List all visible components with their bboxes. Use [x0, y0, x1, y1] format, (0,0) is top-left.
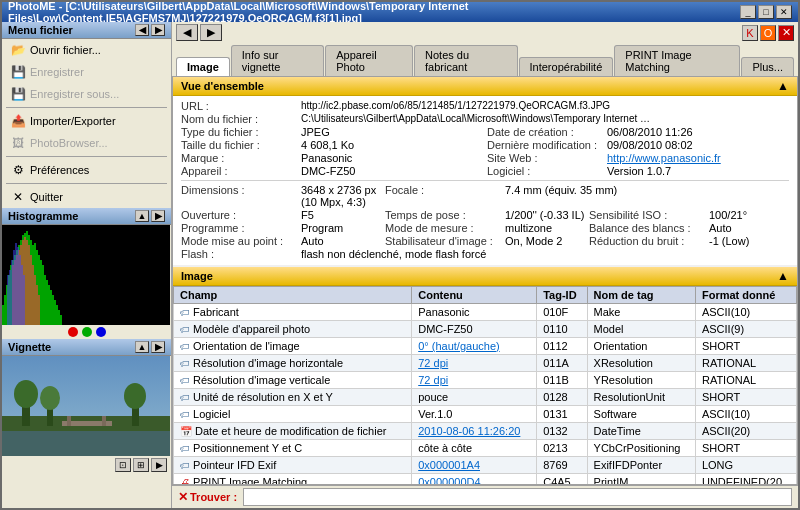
cell-champ: 🖨 PRINT Image Matching	[174, 474, 412, 486]
table-row[interactable]: 🏷 Pointeur IFD Exif 0x000001A4 8769 Exif…	[174, 457, 797, 474]
find-input[interactable]	[243, 488, 792, 506]
table-row[interactable]: 🏷 Positionnement Y et C côte à côte 0213…	[174, 440, 797, 457]
window-controls: _ □ ✕	[740, 5, 792, 19]
cell-content-link[interactable]: 2010-08-06 11:26:20	[418, 425, 520, 437]
histogram-section: Histogramme ▲ ▶	[2, 208, 171, 339]
nom-tag-text: DateTime	[594, 425, 641, 437]
red-btn[interactable]: ✕	[778, 25, 794, 41]
cell-champ: 🏷 Orientation de l'image	[174, 338, 412, 355]
nom-tag-text: YResolution	[594, 374, 653, 386]
sidebar-item-import[interactable]: 📤 Importer/Exporter	[2, 110, 171, 132]
table-row[interactable]: 🏷 Unité de résolution en X et Y pouce 01…	[174, 389, 797, 406]
tab-print-image[interactable]: PRINT Image Matching	[614, 45, 740, 76]
overview-header[interactable]: Vue d'ensemble ▲	[173, 77, 797, 96]
nom-tag-text: XResolution	[594, 357, 653, 369]
vignette-collapse-btn[interactable]: ▲	[135, 341, 149, 353]
svg-rect-38	[28, 245, 30, 325]
cell-contenu: 0x000000D4	[412, 474, 537, 486]
cell-content-link[interactable]: 0° (haut/gauche)	[418, 340, 499, 352]
tab-interoperabilite[interactable]: Interopérabilité	[519, 57, 614, 76]
red-channel-dot[interactable]	[68, 327, 78, 337]
focal-field: Focale : 7.4 mm (équiv. 35 mm)	[385, 184, 789, 208]
blue-channel-dot[interactable]	[96, 327, 106, 337]
cell-content-link[interactable]: 0x000000D4	[418, 476, 480, 485]
overview-section: Vue d'ensemble ▲ URL : http://ic2.pbase.…	[173, 77, 797, 265]
vignette-expand-btn[interactable]: ▶	[151, 341, 165, 353]
table-row[interactable]: 🖨 PRINT Image Matching 0x000000D4 C4A5 P…	[174, 474, 797, 486]
tab-image[interactable]: Image	[176, 57, 230, 76]
cell-content-link[interactable]: 72 dpi	[418, 374, 448, 386]
software-row: Logiciel : Version 1.0.7	[487, 165, 789, 177]
cell-nom-tag: ExifIFDPonter	[587, 457, 695, 474]
sidebar-item-open[interactable]: 📂 Ouvrir fichier...	[2, 39, 171, 61]
sidebar-collapse-btn[interactable]: ◀	[135, 24, 149, 36]
forward-button[interactable]: ▶	[200, 24, 222, 41]
vignette-expand-btn2[interactable]: ▶	[151, 458, 167, 472]
tag-icon: 🏷	[180, 460, 190, 471]
back-button[interactable]: ◀	[176, 24, 198, 41]
image-table-toggle[interactable]: ▲	[777, 269, 789, 283]
format-text: RATIONAL	[702, 357, 756, 369]
format-text: RATIONAL	[702, 374, 756, 386]
histogram-collapse-btn[interactable]: ▲	[135, 210, 149, 222]
cell-contenu: Ver.1.0	[412, 406, 537, 423]
sidebar-item-quit[interactable]: ✕ Quitter	[2, 186, 171, 208]
maximize-button[interactable]: □	[758, 5, 774, 19]
cell-content-link[interactable]: 0x000001A4	[418, 459, 480, 471]
green-channel-dot[interactable]	[82, 327, 92, 337]
svg-rect-22	[46, 280, 48, 325]
tag-id-text: C4A5	[543, 476, 571, 485]
cell-tag-id: 0131	[537, 406, 587, 423]
cell-nom-tag: Model	[587, 321, 695, 338]
table-row[interactable]: 🏷 Modèle d'appareil photo DMC-FZ50 0110 …	[174, 321, 797, 338]
table-row[interactable]: 🏷 Résolution d'image horizontale 72 dpi …	[174, 355, 797, 372]
svg-point-58	[40, 386, 60, 410]
table-row[interactable]: 📅 Date et heure de modification de fichi…	[174, 423, 797, 440]
stabilize-field: Stabilisateur d'image : On, Mode 2	[385, 235, 585, 247]
dims-row: Dimensions : 3648 x 2736 px (10 Mpx, 4:3…	[181, 184, 789, 209]
tab-info-vignette[interactable]: Info sur vignette	[231, 45, 324, 76]
sidebar-expand-btn[interactable]: ▶	[151, 24, 165, 36]
table-row[interactable]: 🏷 Logiciel Ver.1.0 0131 Software ASCII(1…	[174, 406, 797, 423]
tab-plus[interactable]: Plus...	[741, 57, 794, 76]
svg-rect-47	[13, 250, 15, 325]
minimize-button[interactable]: _	[740, 5, 756, 19]
vignette-header: Vignette ▲ ▶	[2, 339, 171, 356]
svg-rect-24	[50, 290, 52, 325]
vignette-zoom-fit-btn[interactable]: ⊡	[115, 458, 131, 472]
tab-notes-fabricant[interactable]: Notes du fabricant	[414, 45, 517, 76]
noise-field: Réduction du bruit : -1 (Low)	[589, 235, 789, 247]
nom-tag-text: Software	[594, 408, 637, 420]
svg-rect-37	[26, 240, 28, 325]
tag-id-text: 0213	[543, 442, 567, 454]
champ-text: Positionnement Y et C	[193, 442, 302, 454]
svg-point-60	[124, 383, 146, 409]
tab-appareil-photo[interactable]: Appareil Photo	[325, 45, 413, 76]
cell-champ: 📅 Date et heure de modification de fichi…	[174, 423, 412, 440]
cell-content: pouce	[418, 391, 448, 403]
overview-toggle[interactable]: ▲	[777, 79, 789, 93]
orange-btn[interactable]: O	[760, 25, 776, 41]
histogram-canvas	[2, 225, 170, 325]
table-row[interactable]: 🏷 Résolution d'image verticale 72 dpi 01…	[174, 372, 797, 389]
vignette-zoom-full-btn[interactable]: ⊞	[133, 458, 149, 472]
table-row[interactable]: 🏷 Orientation de l'image 0° (haut/gauche…	[174, 338, 797, 355]
aperture-field: Ouverture : F5	[181, 209, 381, 221]
cell-tag-id: 011B	[537, 372, 587, 389]
content-area[interactable]: Vue d'ensemble ▲ URL : http://ic2.pbase.…	[172, 76, 798, 485]
photobrowser-icon: 🖼	[10, 135, 26, 151]
find-label: ✕ Trouver :	[178, 490, 237, 504]
close-button[interactable]: ✕	[776, 5, 792, 19]
histogram-expand-btn[interactable]: ▶	[151, 210, 165, 222]
cell-content-link[interactable]: 72 dpi	[418, 357, 448, 369]
image-table-header[interactable]: Image ▲	[173, 267, 797, 286]
divider-2	[6, 156, 167, 157]
cell-champ: 🏷 Résolution d'image horizontale	[174, 355, 412, 372]
svg-rect-23	[48, 285, 50, 325]
svg-rect-40	[32, 265, 34, 325]
table-row[interactable]: 🏷 Fabricant Panasonic 010F Make ASCII(10…	[174, 304, 797, 321]
cell-format: ASCII(10)	[695, 406, 796, 423]
cell-contenu: 2010-08-06 11:26:20	[412, 423, 537, 440]
sidebar-item-preferences[interactable]: ⚙ Préférences	[2, 159, 171, 181]
nom-tag-text: Model	[594, 323, 624, 335]
